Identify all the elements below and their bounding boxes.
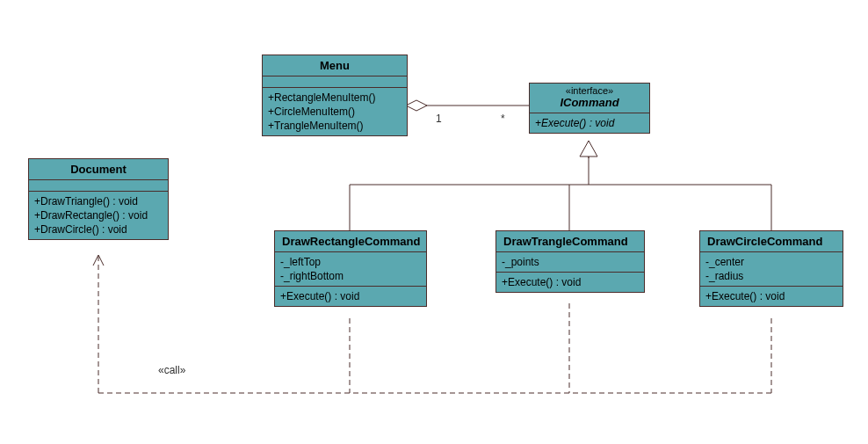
class-document-attrs [29,180,168,192]
class-draw-circle-command: DrawCircleCommand -_center -_radius +Exe… [699,230,843,307]
method: +TrangleMenuItem() [268,119,401,133]
method: +Execute() : void [280,289,421,303]
class-menu: Menu +RectangleMenuItem() +CircleMenuIte… [262,55,408,136]
attribute: -_points [502,255,639,269]
class-icommand-title: ICommand [530,96,649,113]
attribute: -_rightBottom [280,269,421,283]
class-menu-attrs [263,76,407,88]
multiplicity-star: * [501,113,505,125]
class-draw-rectangle-command: DrawRectangleCommand -_leftTop -_rightBo… [274,230,427,307]
class-draw-rectangle-command-methods: +Execute() : void [275,287,426,306]
method: +DrawCircle() : void [34,222,163,237]
class-draw-trangle-command-methods: +Execute() : void [496,273,644,292]
method: +RectangleMenuItem() [268,91,401,105]
svg-line-15 [98,255,104,266]
method: +CircleMenuItem() [268,105,401,119]
class-document-methods: +DrawTriangle() : void +DrawRectangle() … [29,192,168,239]
class-draw-trangle-command-title: DrawTrangleCommand [496,231,644,252]
method: +DrawTriangle() : void [34,194,163,208]
svg-marker-3 [580,141,597,156]
class-draw-circle-command-title: DrawCircleCommand [700,231,843,252]
class-draw-circle-command-methods: +Execute() : void [700,287,843,306]
class-menu-title: Menu [263,55,407,76]
class-draw-trangle-command-attrs: -_points [496,252,644,273]
class-document: Document +DrawTriangle() : void +DrawRec… [28,158,169,240]
svg-line-14 [93,255,98,266]
attribute: -_radius [705,269,837,283]
method: +DrawRectangle() : void [34,208,163,222]
method: +Execute() : void [502,275,639,289]
method: +Execute() : void [705,289,837,303]
dependency-call-label: «call» [158,364,185,376]
class-menu-methods: +RectangleMenuItem() +CircleMenuItem() +… [263,88,407,135]
class-icommand-stereotype: «interface» [530,84,649,96]
class-document-title: Document [29,159,168,180]
class-draw-trangle-command: DrawTrangleCommand -_points +Execute() :… [495,230,645,293]
method: +Execute() : void [535,116,644,130]
multiplicity-1: 1 [436,113,442,125]
attribute: -_center [705,255,837,269]
class-draw-rectangle-command-title: DrawRectangleCommand [275,231,426,252]
svg-marker-1 [406,100,427,111]
class-icommand-methods: +Execute() : void [530,113,649,133]
class-draw-rectangle-command-attrs: -_leftTop -_rightBottom [275,252,426,287]
attribute: -_leftTop [280,255,421,269]
class-draw-circle-command-attrs: -_center -_radius [700,252,843,287]
class-icommand: «interface» ICommand +Execute() : void [529,83,650,134]
